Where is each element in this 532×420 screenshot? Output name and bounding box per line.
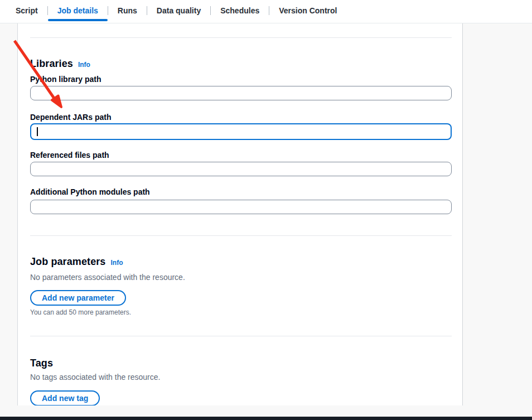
dependent-jars-path-label: Dependent JARs path [30, 112, 452, 122]
libraries-info-link[interactable]: Info [78, 59, 90, 70]
tags-empty-message: No tags associated with the resource. [30, 371, 452, 383]
tags-section-header: Tags [30, 358, 452, 369]
tab-schedules[interactable]: Schedules [211, 0, 269, 21]
tab-version-control[interactable]: Version Control [269, 0, 346, 21]
job-parameters-heading: Job parameters [30, 256, 105, 267]
referenced-files-path-label: Referenced files path [30, 150, 452, 160]
add-new-tag-button[interactable]: Add new tag [30, 390, 100, 405]
add-new-parameter-button[interactable]: Add new parameter [30, 290, 126, 306]
section-divider [30, 235, 452, 236]
text-caret [37, 127, 38, 136]
tags-heading: Tags [30, 358, 53, 369]
tab-data-quality[interactable]: Data quality [147, 0, 210, 21]
content-panel: Libraries Info Python library path Depen… [17, 23, 463, 405]
tab-script[interactable]: Script [6, 0, 47, 21]
section-divider [30, 336, 452, 336]
referenced-files-path-input[interactable] [30, 162, 452, 176]
glue-job-details-page: Script Job details Runs Data quality Sch… [0, 0, 532, 420]
tab-job-details[interactable]: Job details [48, 0, 108, 21]
section-divider [30, 37, 452, 38]
job-parameters-helper-text: You can add 50 more parameters. [30, 308, 452, 317]
python-library-path-label: Python library path [30, 74, 452, 84]
tab-bar: Script Job details Runs Data quality Sch… [0, 0, 532, 23]
job-parameters-info-link[interactable]: Info [110, 257, 123, 268]
libraries-heading: Libraries [30, 58, 73, 69]
tab-runs[interactable]: Runs [108, 0, 147, 21]
libraries-section-header: Libraries Info [30, 58, 452, 70]
python-library-path-input[interactable] [30, 86, 452, 100]
additional-python-modules-path-label: Additional Python modules path [30, 187, 452, 197]
job-parameters-section-header: Job parameters Info [30, 256, 452, 268]
dependent-jars-path-input[interactable] [30, 123, 452, 140]
job-parameters-empty-message: No parameters associated with the resour… [30, 272, 452, 283]
bottom-window-edge [0, 417, 532, 420]
additional-python-modules-path-input[interactable] [30, 200, 452, 214]
